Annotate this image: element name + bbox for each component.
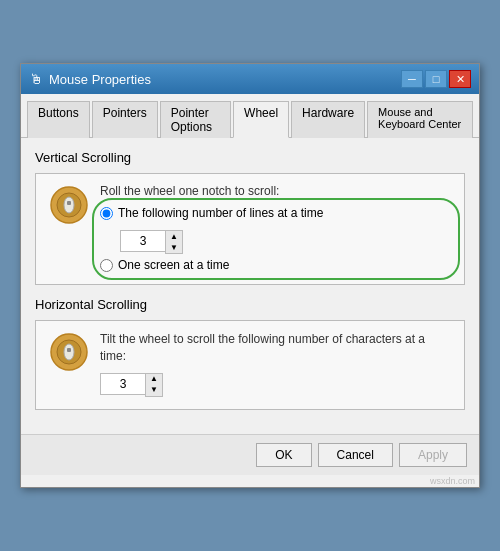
chars-spinner-buttons: ▲ ▼ [145, 373, 163, 397]
lines-value-input[interactable] [120, 230, 165, 252]
chars-increment-button[interactable]: ▲ [146, 374, 162, 385]
oval-highlight-container: The following number of lines at a time … [100, 206, 452, 272]
screen-radio[interactable] [100, 259, 113, 272]
vertical-group-row: Roll the wheel one notch to scroll: The … [48, 184, 452, 272]
tab-buttons[interactable]: Buttons [27, 101, 90, 138]
horizontal-scrolling-title: Horizontal Scrolling [35, 297, 465, 312]
lines-decrement-button[interactable]: ▼ [166, 242, 182, 253]
watermark: wsxdn.com [21, 475, 479, 487]
screen-option[interactable]: One screen at a time [100, 258, 452, 272]
screen-label: One screen at a time [118, 258, 229, 272]
title-bar-left: 🖱 Mouse Properties [29, 71, 151, 87]
apply-button[interactable]: Apply [399, 443, 467, 467]
title-controls: ─ □ ✕ [401, 70, 471, 88]
svg-rect-7 [67, 348, 71, 352]
lines-radio[interactable] [100, 207, 113, 220]
lines-increment-button[interactable]: ▲ [166, 231, 182, 242]
vertical-scroll-icon [48, 184, 90, 229]
chars-spinner-row: ▲ ▼ [100, 373, 452, 397]
vertical-scrolling-group: Roll the wheel one notch to scroll: The … [35, 173, 465, 285]
tab-wheel[interactable]: Wheel [233, 101, 289, 138]
dialog-footer: OK Cancel Apply [21, 434, 479, 475]
chars-spinner: ▲ ▼ [100, 373, 163, 397]
lines-spinner: ▲ ▼ [120, 230, 183, 254]
chars-value-input[interactable] [100, 373, 145, 395]
maximize-button[interactable]: □ [425, 70, 447, 88]
horizontal-scroll-icon [48, 331, 90, 376]
chars-decrement-button[interactable]: ▼ [146, 385, 162, 396]
tabs-bar: Buttons Pointers Pointer Options Wheel H… [21, 94, 479, 138]
ok-button[interactable]: OK [256, 443, 311, 467]
vertical-scrolling-title: Vertical Scrolling [35, 150, 465, 165]
horizontal-group-row: Tilt the wheel to scroll the following n… [48, 331, 452, 397]
mouse-properties-window: 🖱 Mouse Properties ─ □ ✕ Buttons Pointer… [20, 63, 480, 488]
cancel-button[interactable]: Cancel [318, 443, 393, 467]
horizontal-scrolling-section: Horizontal Scrolling Tilt the wheel to s… [35, 297, 465, 410]
lines-label: The following number of lines at a time [118, 206, 323, 220]
vertical-options: Roll the wheel one notch to scroll: The … [100, 184, 452, 272]
window-title: Mouse Properties [49, 72, 151, 87]
minimize-button[interactable]: ─ [401, 70, 423, 88]
horizontal-scrolling-group: Tilt the wheel to scroll the following n… [35, 320, 465, 410]
roll-wheel-label: Roll the wheel one notch to scroll: [100, 184, 452, 198]
tab-content: Vertical Scrolling Roll the wheel one no… [21, 138, 479, 434]
window-icon: 🖱 [29, 71, 43, 87]
horizontal-description: Tilt the wheel to scroll the following n… [100, 331, 452, 365]
close-button[interactable]: ✕ [449, 70, 471, 88]
tab-pointers[interactable]: Pointers [92, 101, 158, 138]
tab-pointer-options[interactable]: Pointer Options [160, 101, 231, 138]
vertical-radio-group: The following number of lines at a time … [100, 206, 452, 272]
lines-spinner-row: ▲ ▼ [120, 230, 452, 254]
tab-mouse-keyboard[interactable]: Mouse and Keyboard Center [367, 101, 473, 138]
horizontal-options: Tilt the wheel to scroll the following n… [100, 331, 452, 397]
lines-option[interactable]: The following number of lines at a time [100, 206, 452, 220]
tab-hardware[interactable]: Hardware [291, 101, 365, 138]
title-bar: 🖱 Mouse Properties ─ □ ✕ [21, 64, 479, 94]
lines-spinner-buttons: ▲ ▼ [165, 230, 183, 254]
svg-rect-3 [67, 201, 71, 205]
